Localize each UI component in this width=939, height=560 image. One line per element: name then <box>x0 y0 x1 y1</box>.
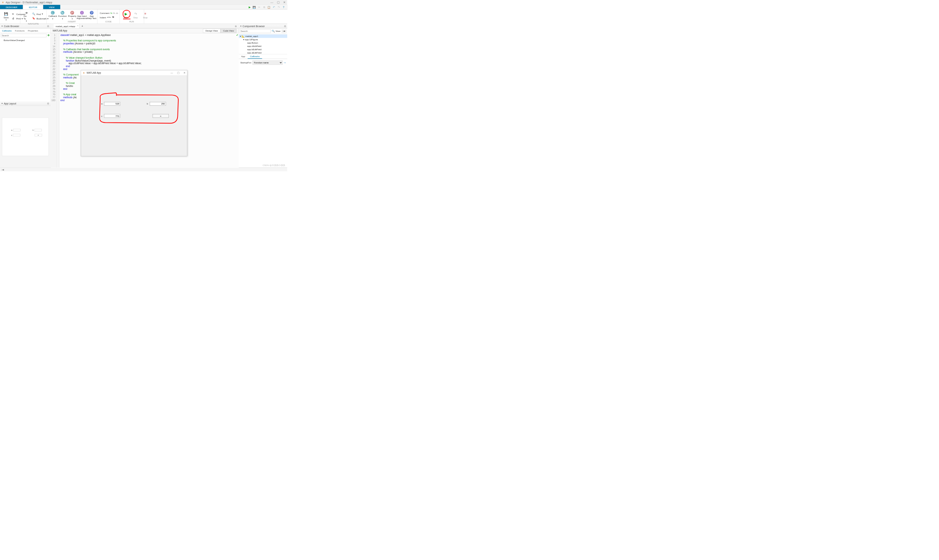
watermark: CSDN @大强强小强强 <box>263 164 285 167</box>
property-button[interactable]: PProperty▼ <box>68 10 76 20</box>
startupfcn-label: StartupFcn <box>240 62 251 64</box>
cut-qab-icon[interactable]: ✂ <box>257 6 261 9</box>
preview-field-a: a <box>11 129 20 132</box>
annotation-red-rect <box>97 92 182 126</box>
app-layout-header[interactable]: ▼App Layout⚙ <box>0 102 51 106</box>
apphelp-button[interactable]: ?App Help Text <box>88 11 96 20</box>
window-controls: — ▢ ✕ <box>270 1 285 4</box>
preview-button-eq: = <box>34 134 42 137</box>
app-maximize-button[interactable]: ▢ <box>177 71 179 74</box>
matlab-logo-icon <box>2 1 5 4</box>
gear-icon[interactable]: ⚙ <box>284 25 286 28</box>
component-browser-header[interactable]: ▼Component Browser⚙ <box>239 24 287 29</box>
component-search-input[interactable] <box>239 29 271 33</box>
close-all-icon[interactable]: ⊗ <box>233 24 238 28</box>
component-browser: ▼Component Browser⚙ 🔍 View: ⊟▾ ▾ 📐 matla… <box>238 24 287 168</box>
add-tab-button[interactable]: + <box>80 24 85 28</box>
tab-designer[interactable]: DESIGNER <box>0 5 23 9</box>
indent-button[interactable]: Indent ⇥ ⇤ ⇆ <box>99 16 114 19</box>
titlebar: App Designer - D:\Test\matlab_app1.mlapp… <box>0 0 287 5</box>
filter-properties[interactable]: Properties <box>27 29 39 32</box>
matlab-logo-icon <box>83 71 85 74</box>
design-view-button[interactable]: Design View <box>203 29 220 32</box>
tab-callbacks[interactable]: Callbacks <box>248 54 262 58</box>
close-tab-icon[interactable]: × <box>77 25 79 27</box>
gear-icon[interactable]: ⚙ <box>47 25 49 28</box>
toolstrip: 💾Save▼ ⧉Compare 🖨Print ▾ ➜Go To▼ 🔍Find ▾… <box>0 9 287 24</box>
run-qab-icon[interactable]: ▶ <box>248 6 251 9</box>
run-group-label: RUN <box>122 20 142 23</box>
code-view-button[interactable]: Code View <box>220 29 237 32</box>
c-label: c <box>101 115 102 117</box>
maximize-button[interactable]: ▢ <box>277 1 279 4</box>
callback-button[interactable]: CCallback▼ <box>49 10 57 20</box>
gear-icon[interactable]: ⚙ <box>47 102 49 105</box>
tab-app[interactable]: App <box>239 54 248 58</box>
app-layout-preview: a b c = <box>0 106 51 168</box>
run-button[interactable]: ▶Run <box>122 11 130 19</box>
view-mode-select[interactable]: ⊟▾ <box>282 30 287 32</box>
tree-button[interactable]: app.Button <box>239 42 287 45</box>
statusbar: |◀ <box>0 168 287 171</box>
save-button[interactable]: 💾Save▼ <box>2 11 10 21</box>
stop-button[interactable]: ■Stop <box>141 11 149 19</box>
search-icon[interactable]: 🔍 <box>272 30 275 32</box>
left-panes: ▼Code Browser⚙ Callbacks Functions Prope… <box>0 24 51 168</box>
ribbon-tabs: DESIGNER EDITOR VIEW ▶ 💾 ✂ ⧉ 📋 ↶ ↷ ? <box>0 5 287 9</box>
window-title: App Designer - D:\Test\matlab_app1.mlapp <box>6 1 52 4</box>
app-titlebar[interactable]: MATLAB App — ▢ ✕ <box>81 70 187 75</box>
file-tab[interactable]: matlab_app1.mlapp× <box>54 24 80 28</box>
tree-cfield[interactable]: app.cEditField <box>239 45 287 48</box>
preview-field-b: b <box>32 129 42 132</box>
preview-field-c: c <box>11 134 20 137</box>
quick-toolbar: ▶ 💾 ✂ ⧉ 📋 ↶ ↷ ? <box>248 5 287 9</box>
b-input[interactable] <box>150 102 166 106</box>
tree-uifigure[interactable]: ▾ app.UIFigure <box>239 38 287 41</box>
callback-item[interactable]: ButtonValueChanged <box>4 39 47 42</box>
app-minimize-button[interactable]: — <box>171 71 173 74</box>
tree-root[interactable]: ▾ 📐 matlab_app1 <box>239 34 287 38</box>
fold-gutter <box>57 33 59 168</box>
filter-functions[interactable]: Functions <box>14 29 26 32</box>
close-button[interactable]: ✕ <box>283 1 286 4</box>
tab-view[interactable]: VIEW <box>43 5 60 9</box>
annotation-run-underline <box>123 19 131 19</box>
c-input[interactable] <box>104 114 120 118</box>
app-close-button[interactable]: ✕ <box>183 71 186 74</box>
minimize-button[interactable]: — <box>270 1 273 4</box>
save-qab-icon[interactable]: 💾 <box>253 6 256 9</box>
step-button[interactable]: ↷Step <box>131 11 139 19</box>
comment-button[interactable]: Comment % % ⁂ <box>99 11 119 15</box>
check-ok-icon: ✔ <box>236 34 238 37</box>
goto-button[interactable]: ➜Go To▼ <box>22 10 31 23</box>
codebrowser-search-input[interactable] <box>1 34 46 37</box>
redo-qab-icon[interactable]: ↷ <box>277 6 280 9</box>
equals-button[interactable]: = <box>153 114 169 118</box>
b-label: b <box>147 103 148 105</box>
function-button[interactable]: fxFunction▼ <box>58 10 66 20</box>
insert-group-label: INSERT <box>49 20 96 23</box>
tab-editor[interactable]: EDITOR <box>23 5 43 9</box>
startupfcn-select[interactable]: Function name <box>252 60 282 65</box>
add-callback-icon[interactable]: ✚ <box>47 34 50 37</box>
appinput-button[interactable]: IApp Input Arguments <box>78 11 86 20</box>
tree-afield[interactable]: app.aEditField <box>239 51 287 54</box>
file-group-label <box>2 22 19 23</box>
code-group-label: CODE <box>99 20 117 23</box>
a-label: a <box>101 103 102 105</box>
navigate-group-label: NAVIGATE <box>22 22 45 25</box>
code-browser-filters: Callbacks Functions Properties <box>0 29 51 33</box>
app-title: MATLAB App <box>53 29 67 32</box>
running-app-window: MATLAB App — ▢ ✕ a b c = <box>81 70 187 156</box>
help-qab-icon[interactable]: ? <box>282 6 285 9</box>
paste-qab-icon[interactable]: 📋 <box>267 6 271 9</box>
collapse-left-icon[interactable]: |◀ <box>2 169 4 171</box>
tree-bfield[interactable]: app.bEditField <box>239 48 287 51</box>
filter-callbacks[interactable]: Callbacks <box>1 29 12 32</box>
goto-callback-icon[interactable]: ↪ <box>284 61 286 64</box>
line-gutter: 1234141516171819202122232425262728747576… <box>51 33 57 168</box>
undo-qab-icon[interactable]: ↶ <box>272 6 276 9</box>
copy-qab-icon[interactable]: ⧉ <box>263 6 266 9</box>
callback-list: ButtonValueChanged <box>0 38 51 102</box>
a-input[interactable] <box>104 102 120 106</box>
